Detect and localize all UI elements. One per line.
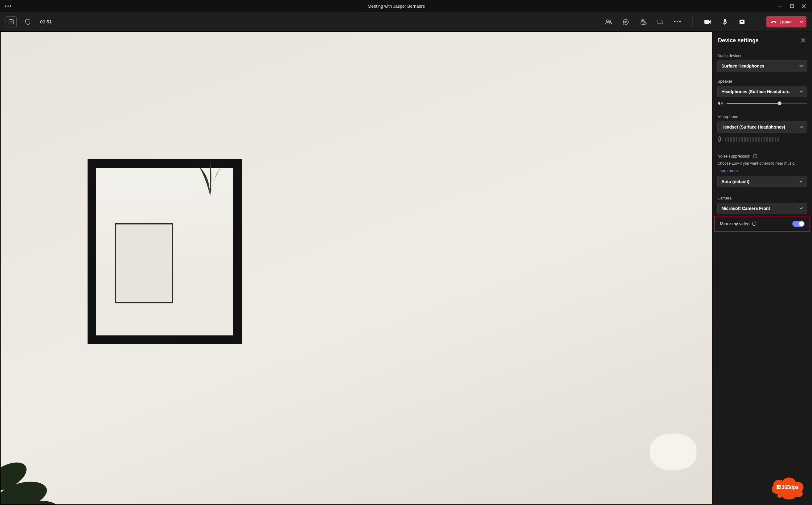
chevron-down-icon bbox=[799, 126, 803, 128]
speaker-label: Speaker bbox=[718, 79, 807, 83]
video-feed bbox=[1, 32, 712, 504]
app-more-button[interactable]: ••• bbox=[2, 2, 15, 10]
svg-rect-17 bbox=[719, 137, 720, 140]
noise-suppression-description: Choose Low if you want others to hear mu… bbox=[718, 161, 807, 166]
leave-label: Leave bbox=[779, 19, 792, 24]
svg-point-5 bbox=[623, 19, 628, 24]
main-area: Device settings Audio devices Surface He… bbox=[0, 31, 812, 505]
svg-rect-9 bbox=[704, 20, 709, 24]
lamp-decoration bbox=[650, 434, 699, 501]
microphone-label: Microphone bbox=[718, 114, 807, 119]
mirror-video-toggle[interactable] bbox=[792, 221, 805, 227]
leave-dropdown-button[interactable] bbox=[796, 16, 806, 27]
room-mirror bbox=[87, 159, 242, 344]
chevron-down-icon bbox=[799, 90, 803, 93]
svg-rect-0 bbox=[778, 6, 782, 6]
camera-select[interactable]: Microsoft Camera Front bbox=[718, 203, 807, 214]
svg-rect-1 bbox=[790, 5, 794, 8]
rooms-button[interactable] bbox=[655, 16, 666, 27]
panel-close-button[interactable] bbox=[800, 37, 806, 44]
svg-point-3 bbox=[607, 20, 609, 22]
noise-suppression-label: Noise suppression bbox=[718, 154, 807, 158]
speaker-value: Headphones (Surface Headphon... bbox=[722, 89, 792, 94]
elapsed-time: 00:51 bbox=[40, 19, 52, 24]
chevron-down-icon bbox=[799, 65, 803, 67]
meeting-toolbar: 00:51 ••• bbox=[0, 12, 812, 31]
chevron-down-icon bbox=[799, 180, 803, 183]
plant-decoration bbox=[1, 424, 68, 504]
svg-point-21 bbox=[754, 222, 755, 223]
toolbar-divider bbox=[692, 18, 693, 26]
more-actions-button[interactable]: ••• bbox=[672, 16, 683, 27]
camera-label: Camera bbox=[718, 196, 807, 200]
layout-grid-button[interactable] bbox=[6, 16, 17, 27]
chevron-down-icon bbox=[799, 207, 803, 210]
audio-devices-value: Surface Headphones bbox=[722, 63, 764, 68]
participants-button[interactable] bbox=[603, 16, 614, 27]
microphone-icon bbox=[718, 136, 722, 142]
share-screen-button[interactable] bbox=[737, 16, 748, 27]
mic-level-meter bbox=[725, 137, 779, 142]
maximize-button[interactable] bbox=[789, 3, 795, 9]
svg-rect-10 bbox=[724, 19, 726, 22]
learn-more-link[interactable]: Learn more bbox=[718, 168, 807, 173]
info-icon[interactable] bbox=[753, 154, 758, 158]
noise-suppression-select[interactable]: Auto (default) bbox=[718, 176, 807, 187]
audio-devices-select[interactable]: Surface Headphones bbox=[718, 60, 807, 71]
noise-suppression-value: Auto (default) bbox=[722, 179, 750, 184]
privacy-shield-icon[interactable] bbox=[22, 16, 33, 27]
microphone-toggle-button[interactable] bbox=[719, 16, 730, 27]
chat-button[interactable] bbox=[620, 16, 631, 27]
svg-rect-11 bbox=[725, 24, 725, 25]
close-window-button[interactable] bbox=[801, 3, 806, 9]
audio-devices-label: Audio devices bbox=[718, 53, 807, 58]
minimize-button[interactable] bbox=[778, 3, 783, 9]
toolbar-divider bbox=[757, 18, 757, 26]
volume-thumb[interactable] bbox=[778, 102, 782, 105]
speaker-icon bbox=[718, 101, 723, 106]
info-icon[interactable] bbox=[752, 221, 757, 226]
svg-point-19 bbox=[755, 155, 756, 156]
reactions-button[interactable] bbox=[637, 16, 649, 27]
svg-rect-8 bbox=[661, 21, 663, 24]
svg-point-4 bbox=[609, 20, 611, 22]
window-title: Meeting with Jasper Bernaers bbox=[15, 4, 778, 9]
speaker-select[interactable]: Headphones (Surface Headphon... bbox=[718, 86, 807, 97]
leave-button[interactable]: Leave bbox=[766, 16, 806, 27]
close-icon bbox=[801, 38, 805, 42]
microphone-select[interactable]: Headset (Surface Headphones) bbox=[718, 122, 807, 133]
hangup-icon bbox=[771, 20, 777, 24]
microphone-value: Headset (Surface Headphones) bbox=[722, 125, 785, 130]
mirror-video-label: Mirror my video bbox=[720, 221, 750, 226]
chevron-down-icon bbox=[800, 21, 803, 23]
title-bar: ••• Meeting with Jasper Bernaers bbox=[0, 0, 812, 12]
volume-slider[interactable] bbox=[727, 103, 807, 104]
camera-value: Microsoft Camera Front bbox=[722, 206, 770, 211]
volume-fill bbox=[727, 103, 780, 104]
camera-toggle-button[interactable] bbox=[702, 16, 713, 27]
panel-title: Device settings bbox=[718, 37, 759, 44]
mirror-video-row: Mirror my video bbox=[714, 216, 810, 232]
device-settings-panel: Device settings Audio devices Surface He… bbox=[713, 31, 812, 505]
